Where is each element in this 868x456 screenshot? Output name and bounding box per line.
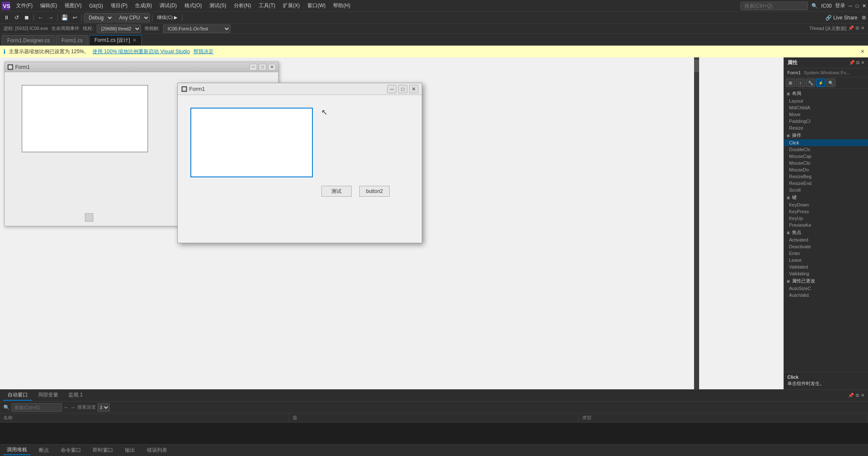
thread-dropdown[interactable]: [29688] thred2 — [97, 24, 141, 33]
bottom-tab-errorlist[interactable]: 错误列表 — [144, 446, 171, 455]
bottom-tab-output[interactable]: 输出 — [122, 446, 138, 455]
prop-item-keyup[interactable]: KeyUp — [784, 215, 868, 222]
menu-item-help[interactable]: 帮助(H) — [330, 1, 354, 10]
restore-button[interactable]: □ — [856, 3, 859, 9]
save-button[interactable]: 💾 — [60, 13, 69, 22]
close-button[interactable]: ✕ — [862, 3, 866, 9]
prop-item-keydown[interactable]: KeyDown — [784, 201, 868, 208]
prop-item-paddingcl[interactable]: PaddingCl — [784, 118, 868, 125]
prop-item-mousedo[interactable]: MouseDo — [784, 166, 868, 173]
auto-search-input[interactable] — [11, 403, 62, 412]
prop-item-resizeend[interactable]: ResizeEnd — [784, 180, 868, 187]
menu-item-test[interactable]: 测试(S) — [206, 1, 230, 10]
auto-nav-next-icon[interactable]: → — [71, 404, 76, 410]
info-action1[interactable]: 使用 100% 缩放比例重新启动 Visual Studio — [92, 48, 190, 55]
prop-category-focus[interactable]: ▣ 焦点 — [784, 228, 868, 236]
live-share-button[interactable]: 🔗 Live Share — [823, 14, 860, 22]
prop-item-scroll[interactable]: Scroll — [784, 187, 868, 193]
restart-button[interactable]: ↺ — [12, 13, 21, 22]
properties-close-icon[interactable]: ✕ — [861, 60, 865, 65]
back-button[interactable]: ← — [36, 13, 45, 22]
prop-item-layout[interactable]: Layout — [784, 98, 868, 104]
menu-item-edit[interactable]: 编辑(E) — [37, 1, 60, 10]
prop-item-deactivate[interactable]: Deactivate — [784, 243, 868, 250]
prop-item-leave[interactable]: Leave — [784, 257, 868, 263]
tab-close-icon[interactable]: ✕ — [133, 38, 136, 43]
settings-icon[interactable]: ⚙ — [862, 15, 866, 21]
designer-close-button[interactable]: ✕ — [268, 64, 276, 71]
auto-tab-watch[interactable]: 监视 1 — [64, 390, 87, 401]
prop-item-mouseclic[interactable]: MouseClic — [784, 160, 868, 166]
prop-item-mousecap[interactable]: MouseCap — [784, 153, 868, 160]
prop-item-mdichilda[interactable]: MdiChildA — [784, 104, 868, 111]
menu-item-view[interactable]: 视图(V) — [61, 1, 85, 10]
menu-item-project[interactable]: 项目(P) — [107, 1, 131, 10]
prop-category-layout[interactable]: ▣ 布局 — [784, 90, 868, 98]
prop-category-changed[interactable]: ▣ 属性已更改 — [784, 277, 868, 285]
tab-form-cs[interactable]: Form1.cs — [56, 35, 88, 45]
prop-item-keypress[interactable]: KeyPress — [784, 208, 868, 215]
global-search-input[interactable] — [741, 2, 808, 10]
running-close-button[interactable]: ✕ — [409, 85, 418, 93]
menu-item-tools[interactable]: 工具(T) — [255, 1, 279, 10]
properties-float-icon[interactable]: ⧉ — [856, 60, 860, 65]
minimize-button[interactable]: ─ — [849, 3, 852, 9]
info-action2[interactable]: 帮我决定 — [193, 48, 214, 55]
prop-item-resizebeg[interactable]: ResizeBeg — [784, 173, 868, 180]
prop-item-activated[interactable]: Activated — [784, 236, 868, 243]
menu-item-build[interactable]: 生成(B) — [132, 1, 155, 10]
prop-item-click[interactable]: Click — [784, 139, 868, 146]
menu-item-window[interactable]: 窗口(W) — [304, 1, 329, 10]
forward-button[interactable]: → — [46, 13, 55, 22]
prop-item-autovalid[interactable]: AutoValid. — [784, 292, 868, 299]
prop-categories-button[interactable]: ⊞ — [786, 79, 795, 87]
menu-item-debug[interactable]: 调试(D) — [156, 1, 180, 10]
design-area-scrollbar-v[interactable] — [694, 57, 699, 389]
designer-minimize-button[interactable]: ─ — [250, 64, 257, 71]
menu-item-analyze[interactable]: 分析(N) — [231, 1, 255, 10]
tab-designer-cs[interactable]: Form1.Designer.cs — [2, 35, 55, 45]
prop-sort-button[interactable]: ↕ — [796, 79, 805, 87]
debug-config-dropdown[interactable]: Debug — [84, 13, 114, 22]
prop-properties-button[interactable]: 🔧 — [806, 79, 815, 87]
prop-events-button[interactable]: ⚡ — [816, 79, 825, 87]
running-restore-button[interactable]: □ — [398, 85, 407, 93]
thread-panel-button[interactable]: Thread [从元数据] — [809, 25, 846, 32]
prop-item-validated[interactable]: Validated — [784, 263, 868, 270]
prop-category-keys[interactable]: ▣ 键 — [784, 193, 868, 201]
float-panel-icon[interactable]: ⧉ — [856, 25, 859, 32]
menu-item-git[interactable]: Git(G) — [86, 2, 106, 10]
auto-nav-prev-icon[interactable]: ← — [64, 404, 69, 410]
continue-button[interactable]: 继续(C) ▶ — [155, 13, 180, 22]
platform-dropdown[interactable]: Any CPU — [114, 13, 150, 22]
info-close-button[interactable]: ✕ — [860, 49, 865, 54]
auto-window-pin-icon[interactable]: 📌 — [848, 393, 854, 398]
prop-item-validating[interactable]: Validating — [784, 270, 868, 277]
menu-item-extensions[interactable]: 扩展(X) — [279, 1, 303, 10]
bottom-tab-callstack[interactable]: 调用堆栈 — [3, 445, 30, 455]
properties-pin-icon[interactable]: 📌 — [849, 60, 855, 65]
prop-item-resize[interactable]: Resize — [784, 125, 868, 131]
prop-category-actions[interactable]: ▣ 操作 — [784, 131, 868, 139]
prop-search-button[interactable]: 🔍 — [826, 79, 835, 87]
bottom-tab-command[interactable]: 命令窗口 — [57, 446, 84, 455]
bottom-tab-immediate[interactable]: 即时窗口 — [90, 446, 117, 455]
auto-search-depth-select[interactable]: 3 — [98, 403, 110, 412]
form-button1[interactable]: 测试 — [321, 186, 352, 197]
running-form[interactable]: 🔲 Form1 ─ □ ✕ 测试 button2 ↖ — [177, 83, 422, 243]
undo-button[interactable]: ↩ — [70, 13, 79, 22]
designer-restore-button[interactable]: □ — [259, 64, 266, 71]
menu-item-file[interactable]: 文件(F) — [13, 1, 36, 10]
auto-tab-local[interactable]: 局部变量 — [34, 390, 62, 401]
tab-form-design[interactable]: Form1.cs [设计] ✕ — [89, 35, 142, 45]
running-minimize-button[interactable]: ─ — [387, 85, 396, 93]
auto-window-close-icon[interactable]: ✕ — [861, 393, 865, 398]
form-button2[interactable]: button2 — [359, 186, 390, 197]
prop-item-enter[interactable]: Enter — [784, 250, 868, 257]
stop-button[interactable]: ⏹ — [22, 13, 31, 22]
login-button[interactable]: 登录 — [835, 2, 845, 9]
prop-item-previewke[interactable]: PreviewKe — [784, 222, 868, 228]
callstack-dropdown[interactable]: IC00.Form1.OnTest — [163, 24, 231, 33]
menu-item-format[interactable]: 格式(O) — [181, 1, 205, 10]
auto-window-float-icon[interactable]: ⧉ — [856, 393, 859, 398]
